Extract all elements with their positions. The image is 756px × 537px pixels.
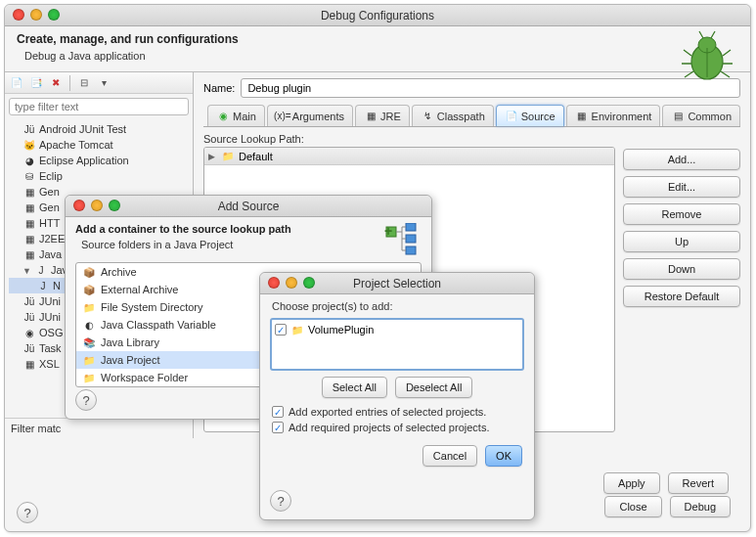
tree-item-label: HTT (39, 217, 60, 229)
tree-item-label: JUni (39, 295, 61, 307)
archive-icon: 📦 (82, 265, 96, 279)
tree-item-label: OSG (39, 327, 63, 338)
down-button[interactable]: Down (623, 258, 740, 280)
filter-status: Filter matc (5, 418, 193, 438)
junit-icon: Jü (22, 310, 36, 324)
tree-item-label: N (53, 280, 61, 291)
source-icon: 📄 (505, 110, 518, 123)
args-icon: (x)= (276, 110, 289, 123)
titlebar: Project Selection (260, 273, 534, 294)
dialog-subtitle: Source folders in a Java Project (81, 239, 422, 250)
tab-jre[interactable]: ▦JRE (355, 105, 410, 126)
svg-rect-4 (406, 223, 416, 231)
tab-source[interactable]: 📄Source (496, 105, 564, 126)
tree-item-label: J2EE (39, 233, 65, 245)
minimize-icon[interactable] (286, 277, 297, 289)
help-icon[interactable]: ? (75, 389, 97, 411)
duplicate-icon[interactable]: 📑 (28, 75, 44, 91)
junit-icon: Jü (22, 294, 36, 308)
filter-input[interactable] (9, 98, 189, 115)
select-all-button[interactable]: Select All (322, 377, 387, 398)
lookup-default-row[interactable]: ▶ 📁 Default (204, 148, 614, 165)
hierarchy-icon: + (384, 223, 420, 258)
tab-arguments[interactable]: (x)=Arguments (267, 105, 353, 126)
cancel-button[interactable]: Cancel (422, 445, 477, 467)
required-checkbox[interactable] (272, 422, 284, 433)
java-app-icon: J (34, 263, 48, 277)
junit-icon: Jü (22, 122, 36, 136)
project-icon: 📁 (290, 323, 304, 336)
restore-default-button[interactable]: Restore Default (623, 286, 740, 307)
folder-icon: 📁 (82, 300, 96, 314)
bug-icon (680, 28, 734, 83)
tree-toolbar: 📄 📑 ✖ ⊟ ▾ (5, 72, 193, 94)
tree-item-label: JUni (39, 311, 61, 323)
traffic-lights (268, 277, 315, 289)
help-icon[interactable]: ? (270, 490, 291, 512)
chevron-down-icon[interactable]: ▼ (22, 266, 31, 275)
project-name: VolumePlugin (308, 324, 374, 336)
tab-classpath[interactable]: ↯Classpath (412, 105, 494, 126)
edit-button[interactable]: Edit... (623, 176, 740, 198)
collapse-icon[interactable]: ⊟ (76, 75, 92, 91)
project-checkbox[interactable] (275, 324, 287, 336)
tab-environment[interactable]: ▦Environment (566, 105, 661, 126)
common-icon: ▤ (671, 110, 685, 123)
minimize-icon[interactable] (30, 9, 42, 21)
tree-item-label: Gen (39, 201, 60, 213)
tabs-row: ◉Main (x)=Arguments ▦JRE ↯Classpath 📄Sou… (203, 104, 740, 127)
folder-icon: 📁 (221, 150, 235, 163)
close-icon[interactable] (268, 277, 280, 289)
debug-button[interactable]: Debug (670, 496, 731, 517)
delete-icon[interactable]: ✖ (48, 75, 64, 91)
ear-icon: ▦ (22, 201, 36, 214)
deselect-all-button[interactable]: Deselect All (395, 377, 472, 398)
header-band: Create, manage, and run configurations D… (5, 26, 750, 71)
zoom-icon[interactable] (109, 200, 120, 211)
zoom-icon[interactable] (303, 277, 315, 289)
project-list[interactable]: 📁 VolumePlugin (270, 318, 524, 371)
help-icon[interactable]: ? (17, 502, 38, 523)
workspace-folder-icon: 📁 (82, 371, 96, 384)
select-buttons: Select All Deselect All (260, 377, 534, 398)
chevron-right-icon: ▶ (208, 152, 217, 160)
xsl-icon: ▦ (22, 357, 36, 371)
java-icon: ▦ (22, 247, 36, 261)
tomcat-icon: 🐱 (22, 138, 36, 152)
traffic-lights (73, 200, 120, 211)
library-icon: 📚 (82, 336, 96, 349)
window-title: Debug Configurations (5, 5, 750, 26)
close-icon[interactable] (13, 9, 24, 21)
db-icon: ⛁ (22, 169, 36, 183)
add-button[interactable]: Add... (623, 149, 740, 170)
lookup-btns: Add... Edit... Remove Up Down Restore De… (623, 133, 740, 432)
tab-common[interactable]: ▤Common (662, 105, 740, 126)
project-row[interactable]: 📁 VolumePlugin (275, 323, 519, 336)
exported-option[interactable]: Add exported entries of selected project… (260, 404, 534, 420)
filter-dropdown-icon[interactable]: ▾ (96, 75, 111, 91)
classpath-icon: ↯ (421, 110, 434, 123)
svg-rect-5 (406, 235, 416, 243)
ok-button[interactable]: OK (485, 445, 522, 467)
close-button[interactable]: Close (604, 496, 661, 517)
name-input[interactable] (241, 78, 740, 98)
tab-main[interactable]: ◉Main (207, 105, 265, 126)
new-config-icon[interactable]: 📄 (9, 75, 24, 91)
dialog-title: Add Source (66, 196, 431, 217)
lookup-label: Source Lookup Path: (203, 133, 615, 145)
env-icon: ▦ (575, 110, 589, 123)
remove-button[interactable]: Remove (623, 203, 740, 225)
traffic-lights (13, 9, 60, 21)
required-option[interactable]: Add required projects of selected projec… (260, 420, 534, 435)
close-debug-row: Close Debug (593, 488, 742, 525)
tree-item-label: Eclip (39, 170, 63, 182)
zoom-icon[interactable] (48, 9, 60, 21)
project-icon: 📁 (82, 353, 96, 367)
titlebar: Add Source (66, 196, 431, 217)
minimize-icon[interactable] (91, 200, 103, 211)
project-selection-dialog: Project Selection Choose project(s) to a… (259, 272, 535, 520)
eclipse-icon: ◕ (22, 154, 36, 167)
exported-checkbox[interactable] (272, 406, 284, 418)
up-button[interactable]: Up (623, 231, 740, 252)
close-icon[interactable] (73, 200, 85, 211)
